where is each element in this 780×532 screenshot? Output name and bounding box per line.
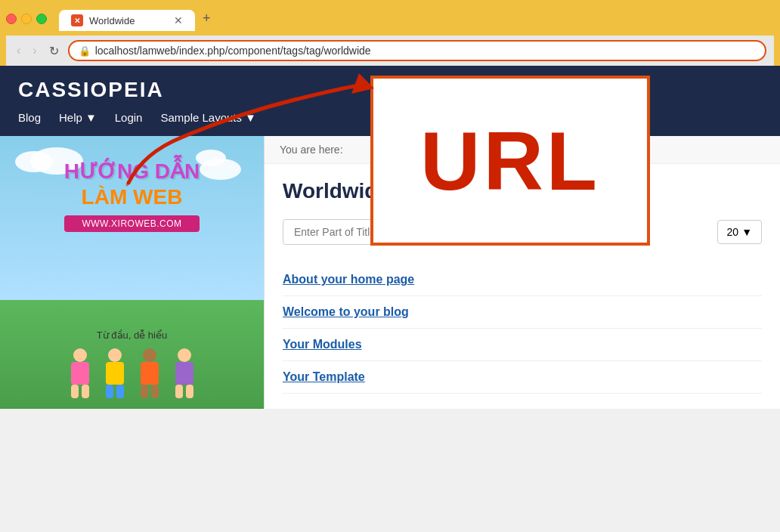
list-item: Your Modules [283,329,762,361]
sidebar-image: HƯỚNG DẪN LÀM WEB WWW.XIROWEB.COM [0,136,264,409]
sidebar-title-2: LÀM WEB [64,184,200,210]
nav-blog[interactable]: Blog [18,111,41,124]
breadcrumb-bar: You are here: [265,136,780,164]
address-bar-row: ‹ › ↻ 🔒 [6,36,774,66]
per-page-arrow: ▼ [741,226,752,238]
content-area: Worldwide Filter Clear 20 ▼ About your h… [265,164,780,409]
article-link-3[interactable]: Your Modules [283,338,362,351]
sidebar-url-badge: WWW.XIROWEB.COM [64,215,200,232]
site-logo: CASSIOPEIA [18,78,762,102]
nav-help-label: Help [59,111,82,124]
per-page-select[interactable]: 20 ▼ [717,220,762,244]
article-link-1[interactable]: About your home page [283,273,414,286]
nav-sample-layouts[interactable]: Sample Layouts ▼ [160,111,255,124]
list-item: About your home page [283,264,762,296]
site-nav: Blog Help ▼ Login Sample Layouts ▼ [18,111,762,124]
nav-help[interactable]: Help ▼ [59,111,97,124]
article-list: About your home page Welcome to your blo… [283,264,762,394]
list-item: Welcome to your blog [283,296,762,329]
tab-close-button[interactable]: ✕ [174,14,183,26]
traffic-lights [6,14,47,24]
nav-login[interactable]: Login [115,111,143,124]
title-filter-input[interactable] [283,219,419,245]
tab-bar: ✕ Worldwide ✕ + [59,6,218,31]
tab-favicon: ✕ [71,14,83,26]
page-title: Worldwide [283,179,762,203]
site-header: CASSIOPEIA Blog Help ▼ Login Sample Layo… [0,66,780,136]
close-button[interactable] [6,14,17,24]
refresh-button[interactable]: ↻ [46,42,62,60]
main-content: You are here: Worldwide Filter Clear 20 … [265,136,780,409]
new-tab-button[interactable]: + [195,6,218,31]
address-bar-input[interactable] [95,45,756,57]
lock-icon: 🔒 [79,45,91,57]
sidebar-subtitle: Từ đầu, dễ hiểu [97,329,167,341]
sidebar-title-1: HƯỚNG DẪN [64,159,200,184]
list-item: Your Template [283,361,762,394]
tab-title: Worldwide [89,15,168,26]
maximize-button[interactable] [36,14,47,24]
nav-sample-layouts-label: Sample Layouts [160,111,242,124]
main-wrapper: HƯỚNG DẪN LÀM WEB WWW.XIROWEB.COM [0,136,780,409]
per-page-value: 20 [727,226,739,238]
filter-button[interactable]: Filter [425,219,475,245]
filter-row: Filter Clear 20 ▼ [283,218,762,246]
active-tab[interactable]: ✕ Worldwide ✕ [59,10,195,31]
article-link-4[interactable]: Your Template [283,370,365,383]
breadcrumb-label: You are here: [280,144,343,156]
forward-button[interactable]: › [29,42,39,59]
nav-help-arrow: ▼ [85,111,97,124]
article-link-2[interactable]: Welcome to your blog [283,305,409,318]
address-bar-container: 🔒 [68,40,766,61]
minimize-button[interactable] [21,14,32,24]
nav-sample-layouts-arrow: ▼ [245,111,256,124]
sidebar: HƯỚNG DẪN LÀM WEB WWW.XIROWEB.COM [0,136,265,409]
clear-button[interactable]: Clear [481,218,535,246]
back-button[interactable]: ‹ [14,42,23,59]
